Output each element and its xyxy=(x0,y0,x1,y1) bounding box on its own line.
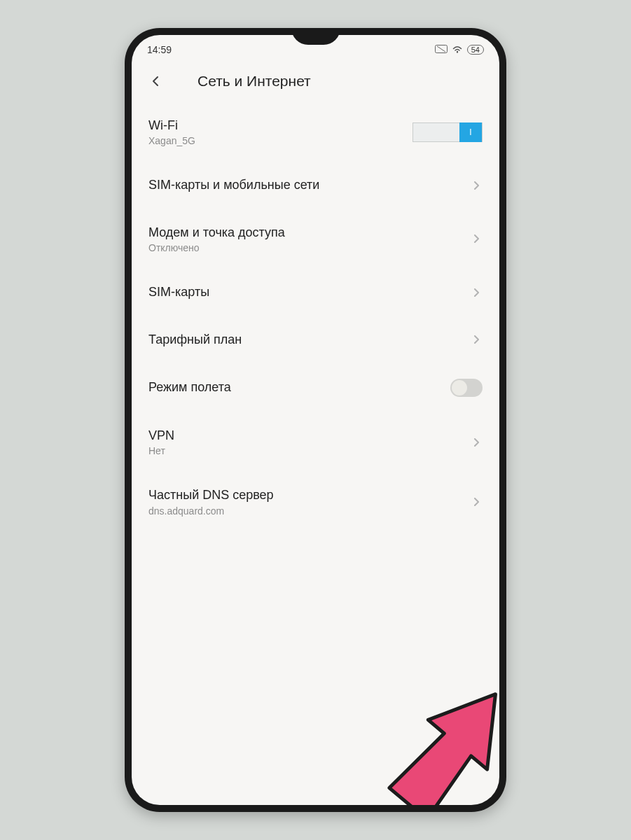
chevron-right-icon xyxy=(470,496,483,508)
toggle-knob-off xyxy=(452,380,467,396)
phone-frame: 14:59 54 Сеть и Интернет Wi-Fi X xyxy=(125,28,506,812)
setting-hotspot[interactable]: Модем и точка доступа Отключено xyxy=(147,209,484,269)
setting-data-plan[interactable]: Тарифный план xyxy=(147,316,484,363)
page-header: Сеть и Интернет xyxy=(132,60,499,102)
battery-indicator: 54 xyxy=(467,45,484,55)
annotation-arrow-icon xyxy=(342,658,499,805)
setting-sim-networks[interactable]: SIM-карты и мобильные сети xyxy=(147,162,484,209)
setting-title: SIM-карты и мобильные сети xyxy=(148,177,470,193)
chevron-right-icon xyxy=(470,286,483,299)
toggle-knob-on: I xyxy=(459,122,482,142)
chevron-left-icon xyxy=(150,76,161,87)
svg-point-2 xyxy=(457,51,458,52)
setting-title: Режим полета xyxy=(148,379,450,396)
setting-title: SIM-карты xyxy=(148,284,470,300)
setting-airplane-mode[interactable]: Режим полета xyxy=(147,363,484,412)
setting-subtitle: Нет xyxy=(148,445,470,456)
setting-sim-cards[interactable]: SIM-карты xyxy=(147,269,484,316)
setting-subtitle: dns.adquard.com xyxy=(148,505,470,517)
no-sim-icon xyxy=(435,44,448,55)
setting-title: Модем и точка доступа xyxy=(148,225,470,241)
back-button[interactable] xyxy=(147,73,164,90)
phone-screen: 14:59 54 Сеть и Интернет Wi-Fi X xyxy=(132,35,499,805)
airplane-toggle[interactable] xyxy=(450,379,483,397)
setting-title: VPN xyxy=(148,428,470,444)
chevron-right-icon xyxy=(470,333,483,346)
wifi-icon xyxy=(452,44,463,55)
setting-title: Частный DNS сервер xyxy=(148,487,470,503)
setting-private-dns[interactable]: Частный DNS сервер dns.adquard.com xyxy=(147,472,484,531)
setting-title: Wi-Fi xyxy=(148,118,412,134)
setting-vpn[interactable]: VPN Нет xyxy=(147,412,484,472)
page-title: Сеть и Интернет xyxy=(197,73,484,90)
status-right: 54 xyxy=(435,44,484,55)
setting-subtitle: Отключено xyxy=(148,242,470,253)
setting-subtitle: Xagan_5G xyxy=(148,135,412,146)
status-time: 14:59 xyxy=(147,44,172,55)
chevron-right-icon xyxy=(470,436,483,449)
setting-title: Тарифный план xyxy=(148,332,470,348)
chevron-right-icon xyxy=(470,232,483,245)
settings-list: Wi-Fi Xagan_5G I SIM-карты и мобильные с… xyxy=(132,102,499,532)
svg-line-1 xyxy=(437,46,445,52)
wifi-toggle[interactable]: I xyxy=(412,122,483,142)
chevron-right-icon xyxy=(470,179,483,192)
setting-wifi[interactable]: Wi-Fi Xagan_5G I xyxy=(147,102,484,162)
